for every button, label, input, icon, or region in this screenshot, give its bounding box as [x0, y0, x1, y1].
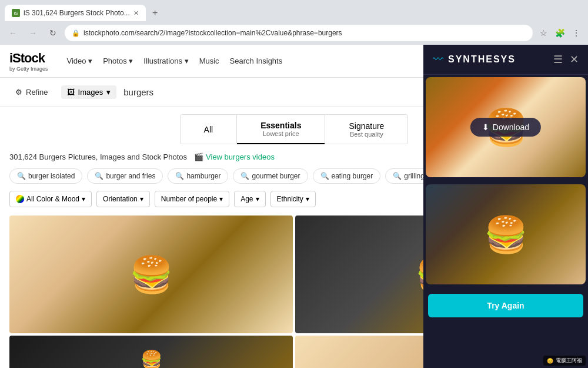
ethnicity-chevron: ▾: [306, 195, 309, 203]
address-bar-row: ← → ↻ 🔒 istockphoto.com/search/2/image?i…: [0, 21, 588, 45]
main-nav: Video ▾ Photos ▾ Illustrations ▾ Music S…: [62, 54, 288, 68]
burger-image-3: 🍔: [9, 336, 293, 368]
synthesys-name-label: SYNTHESYS: [448, 54, 516, 65]
tab-signature-label: Signature: [349, 121, 384, 131]
new-tab-button[interactable]: +: [148, 6, 162, 20]
ethnicity-filter[interactable]: Ethnicity ▾: [270, 191, 316, 207]
suggestion-4-label: gourmet burger: [252, 172, 300, 180]
address-bar[interactable]: 🔒 istockphoto.com/search/2/image?istockc…: [65, 25, 533, 41]
search-type-selector[interactable]: 🖼 Images ▾: [61, 85, 117, 99]
age-chevron: ▾: [256, 195, 259, 203]
suggestion-2-label: burger and fries: [106, 172, 155, 180]
tab-close-icon[interactable]: ✕: [133, 9, 139, 17]
nav-video[interactable]: Video ▾: [62, 54, 98, 68]
reload-button[interactable]: ↻: [45, 25, 61, 41]
synthesys-menu-icon[interactable]: ☰: [553, 53, 563, 66]
image-card-3[interactable]: 🍔: [9, 336, 293, 368]
number-people-chevron: ▾: [219, 195, 223, 203]
browser-chrome: iS iS 301,624 Burgers Stock Photo... ✕ +…: [0, 0, 588, 45]
watermark-icon: 😊: [547, 358, 553, 364]
search-chip-icon-4: 🔍: [240, 172, 249, 180]
watermark: 😊 電腦王阿福: [543, 356, 586, 366]
age-filter[interactable]: Age ▾: [234, 191, 265, 207]
tab-all[interactable]: All: [180, 114, 238, 144]
orientation-filter[interactable]: Orientation ▾: [96, 191, 150, 207]
suggestion-3-label: hamburger: [186, 172, 220, 180]
tab-essentials-label: Essentials: [260, 121, 301, 130]
tab-essentials[interactable]: Essentials Lowest price: [237, 114, 325, 144]
bookmark-icon[interactable]: ☆: [536, 26, 550, 40]
refine-icon: ⚙: [15, 88, 22, 97]
suggestion-1-label: burger isolated: [28, 172, 75, 180]
suggestion-chip-1[interactable]: 🔍 burger isolated: [9, 168, 82, 184]
back-button[interactable]: ←: [5, 25, 21, 41]
tab-bar: iS iS 301,624 Burgers Stock Photo... ✕ +: [0, 0, 588, 21]
synthesys-header: 〰 SYNTHESYS ☰ ✕: [423, 45, 588, 75]
watermark-text: 電腦王阿福: [556, 357, 582, 364]
refine-label: Refine: [26, 88, 48, 97]
number-people-filter[interactable]: Number of people ▾: [155, 191, 229, 207]
image-card-1[interactable]: 🍔: [9, 216, 293, 333]
address-text: istockphoto.com/search/2/image?istockcol…: [83, 29, 342, 37]
synth-image-card-1[interactable]: 🍔 ⬇ Download: [426, 77, 586, 177]
download-label: Download: [493, 122, 529, 132]
synthesys-close-icon[interactable]: ✕: [570, 53, 579, 66]
orientation-chevron: ▾: [140, 195, 143, 203]
number-people-label: Number of people: [161, 195, 217, 203]
tab-signature-sub: Best quality: [349, 131, 384, 138]
search-chip-icon-5: 🔍: [320, 172, 329, 180]
search-chip-icon-6: 🔍: [393, 172, 402, 180]
synthesys-logo: 〰 SYNTHESYS: [433, 54, 516, 66]
search-chip-icon-2: 🔍: [95, 172, 103, 180]
color-mood-label: All Color & Mood: [26, 195, 79, 203]
nav-photos[interactable]: Photos ▾: [98, 54, 138, 68]
synthesys-wave-icon: 〰: [433, 54, 443, 66]
images-icon: 🖼: [67, 88, 75, 97]
ethnicity-label: Ethnicity: [277, 195, 303, 203]
tab-all-label: All: [204, 125, 213, 134]
active-tab[interactable]: iS iS 301,624 Burgers Stock Photo... ✕: [5, 5, 146, 21]
color-mood-filter[interactable]: All Color & Mood ▾: [9, 191, 92, 207]
color-circle-icon: [16, 195, 24, 203]
browser-actions: ☆ 🧩 ⋮: [536, 26, 583, 40]
forward-button[interactable]: →: [25, 25, 41, 41]
synthesys-content: 🍔 ⬇ Download 🍔 Try Again: [423, 75, 588, 368]
tab-favicon: iS: [12, 9, 20, 17]
search-type-label: Images: [78, 88, 103, 97]
tab-essentials-sub: Lowest price: [260, 130, 301, 137]
suggestion-chip-2[interactable]: 🔍 burger and fries: [87, 168, 163, 184]
dropdown-icon: ▾: [106, 88, 111, 97]
suggestion-chip-3[interactable]: 🔍 hamburger: [168, 168, 228, 184]
nav-search-insights[interactable]: Search Insights: [225, 54, 288, 68]
color-mood-chevron: ▾: [82, 195, 85, 203]
tab-signature[interactable]: Signature Best quality: [325, 114, 408, 144]
logo-sub: by Getty Images: [9, 66, 48, 72]
download-icon: ⬇: [482, 122, 489, 132]
view-videos-label: View burgers videos: [206, 152, 275, 161]
suggestion-chip-4[interactable]: 🔍 gourmet burger: [233, 168, 308, 184]
page: iStock by Getty Images Video ▾ Photos ▾ …: [0, 45, 588, 368]
menu-icon[interactable]: ⋮: [569, 26, 583, 40]
refine-button[interactable]: ⚙ Refine: [9, 84, 54, 100]
extensions-icon[interactable]: 🧩: [553, 26, 567, 40]
synthesys-panel: 〰 SYNTHESYS ☰ ✕ 🍔 ⬇ Download: [423, 45, 588, 368]
synth-img-placeholder-2: 🍔: [426, 184, 586, 284]
synthesys-header-actions: ☰ ✕: [553, 53, 579, 66]
tab-title: iS 301,624 Burgers Stock Photo...: [24, 9, 130, 17]
search-chip-icon: 🔍: [17, 172, 26, 180]
suggestion-chip-5[interactable]: 🔍 eating burger: [313, 168, 381, 184]
synth-image-card-2[interactable]: 🍔: [426, 184, 586, 284]
lock-icon: 🔒: [72, 29, 80, 37]
nav-music[interactable]: Music: [195, 54, 224, 68]
orientation-label: Orientation: [103, 195, 138, 203]
nav-illustrations[interactable]: Illustrations ▾: [139, 54, 193, 68]
istock-logo: iStock by Getty Images: [9, 51, 48, 72]
video-icon: 🎬: [194, 152, 203, 161]
results-count: 301,624 Burgers Pictures, Images and Sto…: [9, 152, 187, 161]
suggestion-5-label: eating burger: [332, 172, 373, 180]
download-button[interactable]: ⬇ Download: [470, 118, 541, 137]
view-videos-link[interactable]: 🎬 View burgers videos: [194, 152, 275, 161]
age-label: Age: [240, 195, 253, 203]
burger-image-1: 🍔: [9, 216, 293, 333]
try-again-button[interactable]: Try Again: [428, 294, 583, 317]
